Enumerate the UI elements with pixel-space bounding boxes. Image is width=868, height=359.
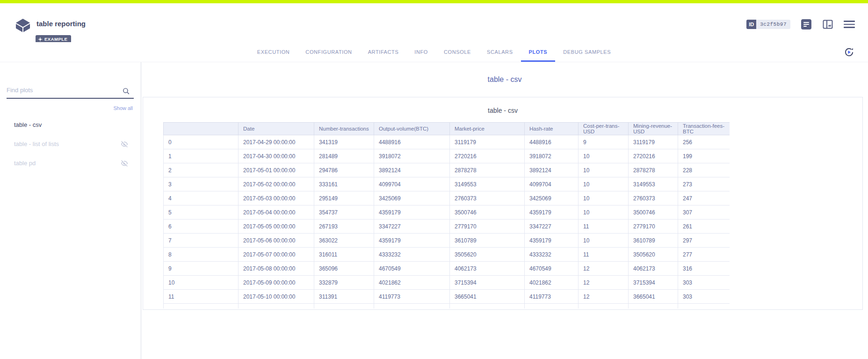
table-cell: 11: [164, 290, 239, 304]
table-cell: 3610789: [450, 234, 525, 248]
table-cell: 2017-04-29 00:00:00: [239, 135, 314, 149]
table-cell: 4670549: [374, 262, 450, 276]
table-cell: 4099704: [525, 177, 579, 191]
experiment-logo-icon: [14, 17, 32, 35]
table-cell: 4359179: [525, 234, 579, 248]
search-input[interactable]: [7, 85, 119, 95]
table-cell: 3715394: [629, 276, 678, 290]
plot-list-item[interactable]: table - csv: [0, 115, 141, 134]
table-cell: 3500746: [629, 205, 678, 220]
table-header-cell: [164, 123, 239, 135]
table-cell: 2017-05-11 00:00:00: [239, 304, 314, 309]
table-cell: 311391: [314, 290, 374, 304]
plot-card: table - csv DateNumber-transactionsOutpu…: [143, 97, 863, 310]
plot-table-body: 02017-04-29 00:00:0034131944889163119179…: [164, 135, 730, 309]
table-cell: 3755101: [525, 304, 579, 309]
table-cell: 4: [164, 191, 239, 205]
table-cell: 3918072: [374, 149, 450, 163]
tab-plots[interactable]: PLOTS: [521, 42, 556, 62]
header-actions: ID 3c2f5b97: [746, 19, 855, 30]
table-cell: 3715394: [450, 276, 525, 290]
table-cell: 2779170: [450, 220, 525, 234]
split-view-button[interactable]: [822, 19, 833, 30]
table-cell: 261: [678, 220, 730, 234]
table-cell: 2779170: [629, 220, 678, 234]
table-cell: 7: [164, 234, 239, 248]
table-header-cell: Mining-revenue-USD: [629, 123, 678, 135]
table-cell: 298: [678, 304, 730, 309]
table-cell: 12: [579, 276, 629, 290]
table-cell: 10: [579, 177, 629, 191]
table-cell: 228: [678, 163, 730, 177]
details-panel-button[interactable]: [801, 19, 812, 30]
table-cell: 9: [164, 262, 239, 276]
plot-list-item[interactable]: table - list of lists: [0, 134, 141, 154]
table-cell: 4488916: [525, 135, 579, 149]
table-cell: 3892124: [374, 163, 450, 177]
table-cell: 4359179: [525, 205, 579, 220]
tab-debug-samples[interactable]: DEBUG SAMPLES: [555, 42, 619, 62]
tab-execution[interactable]: EXECUTION: [249, 42, 298, 62]
experiment-id-chip[interactable]: ID 3c2f5b97: [746, 20, 790, 29]
table-cell: 316: [678, 262, 730, 276]
table-cell: 267193: [314, 220, 374, 234]
show-all-link[interactable]: Show all: [113, 105, 133, 111]
plot-group-title: table - csv: [141, 75, 868, 84]
table-cell: 303: [678, 276, 730, 290]
tab-info[interactable]: INFO: [406, 42, 436, 62]
table-cell: 9: [579, 135, 629, 149]
table-cell: 3119179: [450, 135, 525, 149]
table-cell: 5: [164, 205, 239, 220]
tab-bar: EXECUTIONCONFIGURATIONARTIFACTSINFOCONSO…: [0, 42, 868, 62]
tab-console[interactable]: CONSOLE: [436, 42, 479, 62]
table-cell: 303: [678, 290, 730, 304]
table-cell: 273: [678, 177, 730, 191]
table-cell: 4021862: [525, 276, 579, 290]
plots-sidebar: Show all table - csvtable - list of list…: [0, 62, 141, 359]
table-cell: 4099704: [374, 177, 450, 191]
menu-button[interactable]: [844, 21, 855, 28]
table-cell: 354737: [314, 205, 374, 220]
table-cell: 3892124: [525, 163, 579, 177]
tab-configuration[interactable]: CONFIGURATION: [297, 42, 360, 62]
split-view-icon: [823, 19, 833, 29]
table-cell: 2017-05-03 00:00:00: [239, 191, 314, 205]
table-cell: 2878278: [629, 163, 678, 177]
table-row: 12017-04-30 00:00:0028148939180722720216…: [164, 149, 730, 163]
table-row: 102017-05-09 00:00:003328794021862371539…: [164, 276, 730, 290]
table-cell: 4488916: [374, 135, 450, 149]
table-cell: 2760373: [450, 191, 525, 205]
eye-off-icon[interactable]: [121, 160, 128, 167]
table-cell: 2: [164, 163, 239, 177]
plot-list-item[interactable]: table pd: [0, 154, 141, 173]
table-cell: 3500746: [450, 205, 525, 220]
table-header-row: DateNumber-transactionsOutput-volume(BTC…: [164, 123, 730, 135]
table-cell: 3755101: [374, 304, 450, 309]
table-cell: 363022: [314, 234, 374, 248]
table-cell: 3347227: [525, 220, 579, 234]
table-cell: 12: [164, 304, 239, 309]
table-cell: 2720216: [450, 149, 525, 163]
table-row: 02017-04-29 00:00:0034131944889163119179…: [164, 135, 730, 149]
table-cell: 10: [579, 191, 629, 205]
auto-refresh-button[interactable]: [844, 47, 855, 58]
table-row: 52017-05-04 00:00:0035473743591793500746…: [164, 205, 730, 220]
tab-scalars[interactable]: SCALARS: [479, 42, 521, 62]
table-cell: 4119773: [374, 290, 450, 304]
id-value: 3c2f5b97: [756, 20, 790, 29]
table-cell: 304543: [314, 304, 374, 309]
eye-off-icon[interactable]: [121, 141, 128, 147]
table-cell: 3665041: [629, 290, 678, 304]
table-cell: 3610789: [629, 234, 678, 248]
plot-table-viewport[interactable]: DateNumber-transactionsOutput-volume(BTC…: [163, 122, 730, 308]
table-cell: 2017-05-07 00:00:00: [239, 248, 314, 262]
table-cell: 4359179: [374, 205, 450, 220]
tab-artifacts[interactable]: ARTIFACTS: [360, 42, 407, 62]
table-cell: 3347227: [374, 220, 450, 234]
tab-bar-items: EXECUTIONCONFIGURATIONARTIFACTSINFOCONSO…: [249, 42, 619, 62]
app-window: PUBLISHED table reporting EXAMPLE ID 3c2…: [0, 0, 868, 359]
table-header-cell: Date: [239, 123, 314, 135]
plot-list: table - csvtable - list of liststable pd: [0, 115, 141, 173]
table-cell: 11: [579, 248, 629, 262]
table-cell: 3665041: [450, 290, 525, 304]
